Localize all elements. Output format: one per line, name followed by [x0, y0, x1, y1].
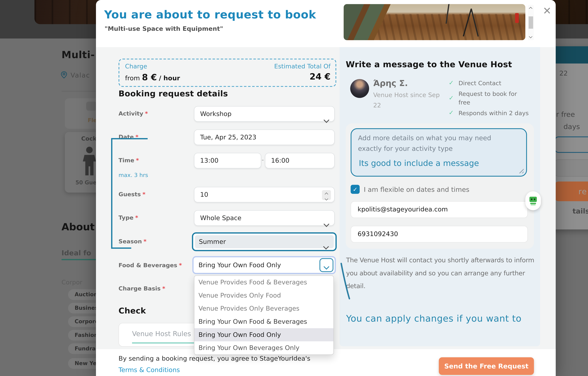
carousel-scrollbar[interactable] — [528, 5, 534, 40]
checkmark-icon: ✓ — [449, 79, 454, 86]
annotation-line — [338, 261, 356, 302]
agreement-text: By sending a booking request, you agree … — [118, 355, 310, 362]
chevron-down-icon — [323, 221, 329, 227]
booking-card-text: days — [563, 123, 580, 131]
annotation-bracket-vertical — [111, 138, 112, 249]
time-end-value: 16:00 — [271, 157, 289, 164]
booking-card-text: r free — [556, 110, 575, 118]
charge-rate-value: 8 € — [142, 73, 157, 82]
list-item: New Ye — [68, 358, 96, 369]
terms-link[interactable]: Terms & Conditions — [118, 366, 180, 374]
send-request-button[interactable]: Send the Free Request — [439, 357, 534, 375]
avatar — [350, 79, 369, 98]
food-beverages-label: Food & Beverages* — [118, 262, 182, 268]
list-item: Fashion — [68, 330, 96, 341]
time-separator: - — [262, 156, 264, 164]
booking-details-heading: Booking request details — [118, 89, 228, 98]
time-end-input[interactable]: 16:00 — [265, 153, 335, 168]
type-value: Whole Space — [200, 214, 241, 222]
flexible-dates-label: I am flexible on dates and times — [364, 186, 469, 193]
time-start-input[interactable]: 13:00 — [194, 153, 261, 168]
type-select[interactable]: Whole Space — [194, 210, 335, 226]
background-orange-button: re — [556, 182, 588, 201]
background-about-heading: About — [62, 221, 95, 233]
background-guests-input — [556, 159, 588, 177]
resize-handle-icon[interactable] — [519, 168, 524, 173]
person-icon — [80, 146, 96, 176]
season-label: Season* — [118, 238, 147, 245]
badge-direct-contact: Direct Contact — [459, 79, 501, 88]
estimated-total-value: 24 € — [310, 72, 331, 82]
charge-basis-label: Charge Basis* — [118, 285, 165, 292]
venue-host-rules-label: Venue Host Rules — [132, 330, 191, 338]
close-icon[interactable]: ✕ — [541, 5, 553, 17]
textarea-typed-text: Its good to include a message — [359, 159, 479, 168]
location-pin-icon — [61, 71, 67, 79]
robot-extension-badge[interactable] — [525, 191, 541, 210]
background-activity-card-flex: Flex — [65, 98, 96, 129]
dropdown-option[interactable]: Venue Provides Only Food — [194, 289, 333, 302]
food-beverages-dropdown: Venue Provides Food & Beverages Venue Pr… — [194, 275, 334, 355]
modal-title: You are about to request to book — [104, 8, 316, 21]
annotation-bracket-bottom — [111, 248, 131, 249]
food-beverages-select[interactable]: Bring Your Own Food Only — [192, 256, 336, 274]
textarea-placeholder-line2: exactly for your activity type — [358, 145, 453, 152]
robot-icon — [529, 196, 537, 205]
chevron-down-icon — [323, 244, 329, 250]
season-select[interactable]: Summer — [192, 232, 337, 251]
background-page-title: Multi- — [62, 49, 95, 61]
dropdown-option[interactable]: Bring Your Own Food & Beverages — [194, 315, 333, 328]
textarea-placeholder-line1: Add more details on what you may need — [358, 134, 491, 142]
charge-rate-unit: / hour — [159, 75, 180, 82]
charge-rate: from 8 € / hour — [125, 73, 180, 82]
tab-underline — [62, 259, 96, 260]
carousel-up-icon[interactable] — [529, 7, 533, 10]
checkmark-icon: ✓ — [449, 94, 454, 102]
background-tab-ideal-for: Ideal fo — [62, 249, 91, 257]
background-details-link: tails — [572, 207, 588, 215]
message-form-card: Add more details on what you may need ex… — [346, 123, 534, 249]
message-panel-title: Write a message to the Venue Host — [346, 60, 512, 69]
booking-card-text: 22 — [559, 69, 568, 77]
flexible-dates-checkbox[interactable]: ✓ — [351, 185, 360, 194]
host-since-year: 22 — [373, 102, 381, 109]
dropdown-option[interactable]: Bring Your Own Beverages Only — [194, 342, 333, 355]
dropdown-option[interactable]: Venue Provides Food & Beverages — [194, 276, 333, 289]
type-label: Type* — [118, 214, 138, 221]
carousel-down-icon[interactable] — [529, 35, 533, 38]
chevron-down-icon — [323, 117, 329, 123]
list-item: Auction — [68, 289, 96, 300]
background-subheading: Corpor — [62, 279, 82, 286]
list-item: Fundrai — [68, 343, 96, 354]
stepper-icon[interactable] — [322, 190, 331, 200]
list-item: Corpore — [68, 316, 96, 327]
background-booking-card: 22 r free days re tails — [556, 46, 588, 230]
food-dropdown-toggle[interactable] — [320, 258, 333, 272]
time-label: Time* — [118, 157, 139, 164]
guests-label: Guests* — [118, 191, 145, 198]
annotation-text: You can apply changes if you want to — [346, 313, 522, 324]
estimated-total-label: Estimated Total Of — [274, 63, 331, 70]
guests-value: 10 — [200, 191, 208, 198]
badge-responds: Responds within 2 days — [459, 109, 529, 118]
booking-card-header — [556, 46, 588, 63]
charge-from-text: from — [125, 75, 140, 82]
message-textarea[interactable]: Add more details on what you may need ex… — [351, 128, 527, 177]
season-value: Summer — [199, 238, 226, 245]
dropdown-option[interactable]: Venue Provides Only Beverages — [194, 302, 333, 315]
venue-photo-carousel[interactable] — [344, 4, 525, 40]
divider — [62, 91, 96, 91]
flex-card-label: Flex — [88, 117, 96, 123]
flex-icon — [86, 102, 96, 111]
chevron-down-icon — [323, 264, 329, 270]
background-date-input — [556, 136, 588, 153]
scrollbar-thumb[interactable] — [529, 16, 533, 29]
email-field[interactable]: kpolitis@stageyouridea.com — [351, 201, 528, 218]
guests-stepper[interactable]: 10 — [194, 187, 335, 202]
date-input[interactable]: Tue, Apr 25, 2023 — [194, 129, 335, 145]
activity-select[interactable]: Workshop — [194, 106, 335, 122]
background-activity-card-cocktail: Cockto 50 Gues — [65, 132, 96, 193]
dropdown-option-selected[interactable]: Bring Your Own Food Only — [194, 328, 333, 342]
booking-request-modal: You are about to request to book "Multi-… — [96, 0, 556, 376]
phone-field[interactable]: 6931092430 — [351, 226, 528, 242]
